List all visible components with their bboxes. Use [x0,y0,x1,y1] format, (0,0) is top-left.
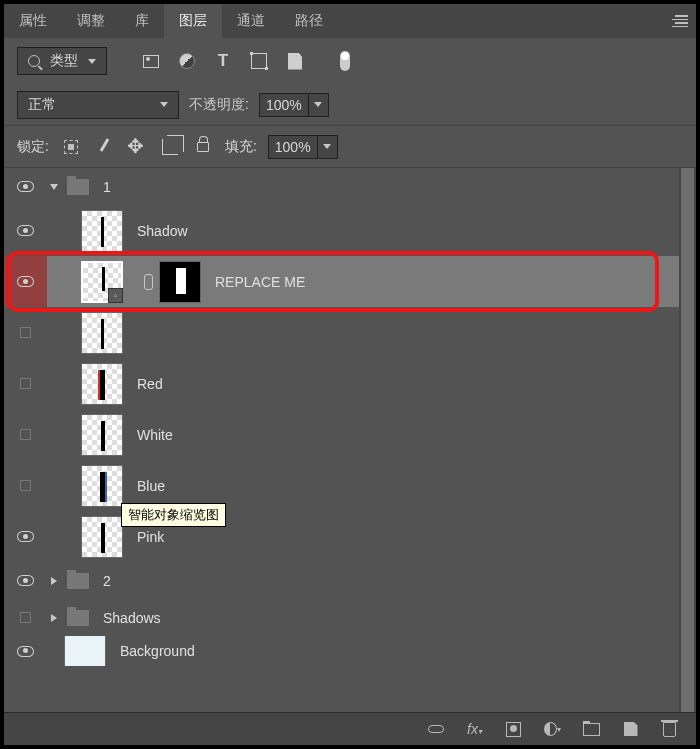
expand-toggle[interactable] [47,184,61,190]
opacity-dropdown-button[interactable] [309,93,329,117]
visibility-toggle[interactable] [4,460,47,511]
filter-shape-button[interactable] [243,47,275,75]
search-icon [28,55,40,67]
layer-white[interactable]: White [4,409,679,460]
layers-list-area: 1 Shadow REPLACE ME [4,168,696,712]
layer-name: 2 [103,573,111,589]
visibility-toggle[interactable] [4,599,47,636]
chevron-down-icon [160,102,168,107]
add-adjustment-button[interactable]: ▾ [544,721,561,738]
lock-transparency-button[interactable] [60,133,82,161]
tab-layers[interactable]: 图层 [164,4,222,38]
layer-name: Red [137,376,163,392]
layer-thumbnail[interactable] [81,465,123,507]
expand-toggle[interactable] [47,614,61,622]
lock-toolbar: 锁定: 填充: 100% [4,126,696,168]
image-icon [143,55,159,68]
layer-thumbnail[interactable] [81,312,123,354]
layer-blue[interactable]: Blue [4,460,679,511]
layer-group-1[interactable]: 1 [4,168,679,205]
layer-replace-me[interactable]: REPLACE ME [4,256,679,307]
filter-label: 类型 [50,52,78,70]
scrollbar-thumb[interactable] [681,168,694,712]
layer-thumbnail[interactable] [81,261,123,303]
fill-dropdown-button[interactable] [318,135,338,159]
visibility-off-icon [20,378,31,389]
adjustment-icon [544,722,557,736]
scrollbar[interactable] [679,168,696,712]
layer-thumbnail[interactable] [81,210,123,252]
visibility-toggle[interactable] [4,256,47,307]
layer-shadow[interactable]: Shadow [4,205,679,256]
eye-icon [17,575,34,586]
layer-background[interactable]: Background [4,636,679,666]
panel-menu-button[interactable] [664,4,696,38]
visibility-toggle[interactable] [4,168,47,205]
hamburger-icon [672,15,688,27]
tooltip: 智能对象缩览图 [121,503,226,527]
fx-icon: fx▾ [467,721,482,737]
layer-hidden-1[interactable] [4,307,679,358]
blend-mode-select[interactable]: 正常 [17,91,179,119]
panel-tabs: 属性 调整 库 图层 通道 路径 [4,4,696,38]
layer-red[interactable]: Red [4,358,679,409]
layer-thumbnail[interactable] [81,516,123,558]
move-icon [128,138,146,156]
folder-icon [67,179,89,195]
smartobject-badge [108,288,123,303]
layer-thumbnail[interactable] [64,636,106,666]
filter-toggle-button[interactable] [329,47,361,75]
adjustment-icon [179,53,195,69]
visibility-off-icon [20,612,31,623]
link-layers-button[interactable] [427,721,444,738]
arrow-down-icon [50,184,58,190]
lock-position-button[interactable] [126,133,148,161]
layer-thumbnail[interactable] [81,414,123,456]
lock-artboard-button[interactable] [159,133,181,161]
visibility-toggle[interactable] [4,562,47,599]
filter-type-button[interactable]: T [207,47,239,75]
arrow-right-icon [51,614,57,622]
filter-smartobject-button[interactable] [279,47,311,75]
expand-toggle[interactable] [47,577,61,585]
trash-icon [663,722,676,737]
layer-group-2[interactable]: 2 [4,562,679,599]
folder-icon [583,723,600,736]
type-icon: T [218,51,228,71]
tab-libraries[interactable]: 库 [120,4,164,38]
layer-thumbnail[interactable] [81,363,123,405]
layer-group-shadows[interactable]: Shadows [4,599,679,636]
tab-properties[interactable]: 属性 [4,4,62,38]
tab-channels[interactable]: 通道 [222,4,280,38]
tab-adjustments[interactable]: 调整 [62,4,120,38]
layers-list[interactable]: 1 Shadow REPLACE ME [4,168,679,712]
visibility-toggle[interactable] [4,358,47,409]
opacity-input[interactable]: 100% [259,93,309,117]
blend-toolbar: 正常 不透明度: 100% [4,84,696,126]
layer-name: Blue [137,478,165,494]
eye-icon [17,181,34,192]
layer-name: REPLACE ME [215,274,305,290]
visibility-toggle[interactable] [4,307,47,358]
filter-adjustment-button[interactable] [171,47,203,75]
filter-pixel-button[interactable] [135,47,167,75]
layer-name: Shadow [137,223,188,239]
lock-all-button[interactable] [192,133,214,161]
visibility-toggle[interactable] [4,511,47,562]
layer-mask-thumbnail[interactable] [159,261,201,303]
visibility-toggle[interactable] [4,636,47,666]
visibility-toggle[interactable] [4,205,47,256]
new-layer-button[interactable] [622,721,639,738]
layer-style-button[interactable]: fx▾ [466,721,483,738]
new-group-button[interactable] [583,721,600,738]
tab-paths[interactable]: 路径 [280,4,338,38]
delete-layer-button[interactable] [661,721,678,738]
lock-image-button[interactable] [93,133,115,161]
visibility-toggle[interactable] [4,409,47,460]
layer-pink[interactable]: Pink [4,511,679,562]
add-mask-button[interactable] [505,721,522,738]
fill-input[interactable]: 100% [268,135,318,159]
eye-icon [17,646,34,657]
filter-type-select[interactable]: 类型 [17,47,107,75]
shape-icon [251,53,267,69]
